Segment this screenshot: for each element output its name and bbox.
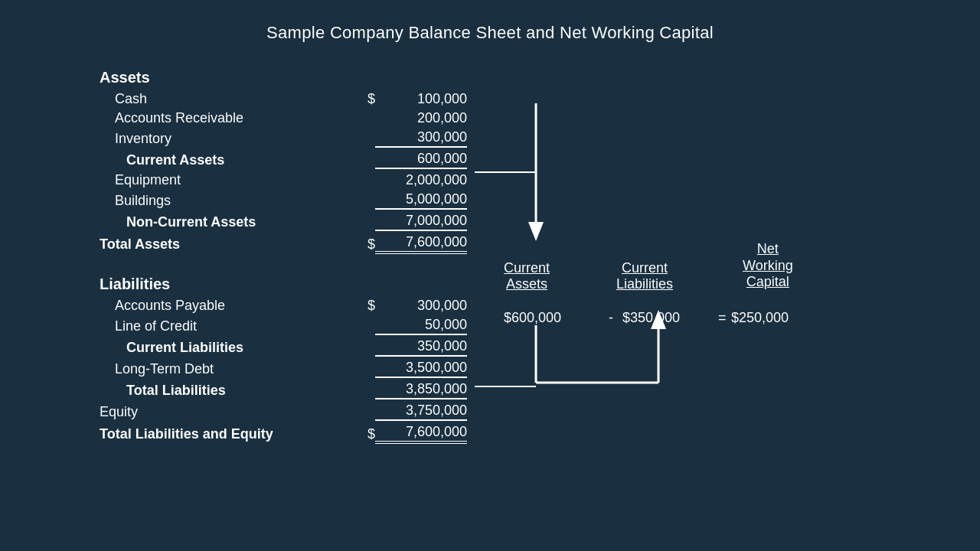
ap-dollar: $ [352, 298, 375, 314]
ca-line2: Assets [504, 276, 550, 292]
ap-value: 300,000 [375, 298, 467, 314]
ap-label: Accounts Payable [100, 298, 352, 314]
nwc-line1: Net [743, 241, 793, 258]
total-liabilities-equity-dollar: $ [352, 426, 375, 442]
nwc-line2: Working [743, 258, 793, 275]
total-liabilities-equity-label: Total Liabilities and Equity [100, 426, 352, 442]
diagram-current-assets-label: Current Assets [504, 260, 550, 292]
nwc-line3: Capital [743, 274, 793, 291]
total-liabilities-value: 3,850,000 [375, 381, 467, 399]
inventory-label: Inventory [100, 131, 352, 147]
cash-dollar: $ [352, 91, 375, 107]
loc-value: 50,000 [375, 317, 467, 335]
cash-label: Cash [100, 91, 352, 107]
buildings-value: 5,000,000 [375, 191, 467, 210]
ar-label: Accounts Receivable [100, 110, 352, 126]
loc-label: Line of Credit [100, 318, 352, 334]
equity-value: 3,750,000 [375, 403, 467, 421]
diagram-cl-value: $350,000 [622, 310, 680, 326]
diagram-labels: Current Assets Current Liabilities Net W… [475, 99, 980, 528]
total-liabilities-label: Total Liabilities [100, 383, 352, 399]
assets-header: Assets [100, 69, 574, 86]
current-liabilities-value: 350,000 [375, 338, 467, 357]
total-assets-label: Total Assets [100, 236, 352, 253]
ar-value: 200,000 [375, 110, 467, 126]
current-assets-label: Current Assets [100, 152, 352, 168]
ltd-label: Long-Term Debt [100, 361, 352, 377]
diagram-nwc-value: $250,000 [731, 310, 789, 326]
ltd-value: 3,500,000 [375, 360, 467, 378]
buildings-label: Buildings [100, 193, 352, 209]
current-assets-value: 600,000 [375, 151, 467, 169]
equipment-value: 2,000,000 [375, 172, 467, 188]
diagram-current-liabilities-label: Current Liabilities [616, 260, 673, 292]
equity-label: Equity [100, 404, 352, 420]
total-assets-value: 7,600,000 [375, 234, 467, 254]
equipment-label: Equipment [100, 172, 352, 188]
diagram-nwc-label: Net Working Capital [743, 241, 793, 291]
diagram-equals: = [718, 310, 727, 326]
non-current-assets-value: 7,000,000 [375, 213, 467, 231]
nwc-diagram: Current Assets Current Liabilities Net W… [475, 99, 980, 528]
cl-line1: Current [616, 260, 673, 276]
inventory-value: 300,000 [375, 129, 467, 148]
diagram-ca-value: $600,000 [504, 310, 561, 326]
non-current-assets-label: Non-Current Assets [100, 214, 352, 230]
page-title: Sample Company Balance Sheet and Net Wor… [0, 0, 980, 58]
ca-line1: Current [504, 260, 550, 276]
cash-value: 100,000 [375, 91, 467, 107]
diagram-minus: - [609, 310, 613, 326]
total-assets-dollar: $ [352, 236, 375, 253]
cl-line2: Liabilities [616, 276, 673, 292]
current-liabilities-label: Current Liabilities [100, 340, 352, 356]
total-liabilities-equity-value: 7,600,000 [375, 424, 467, 444]
